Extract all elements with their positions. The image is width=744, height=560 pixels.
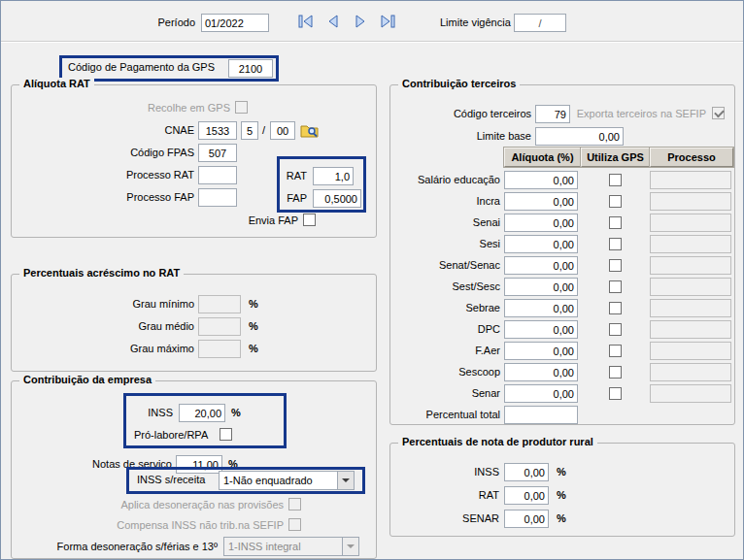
- terceiros-gps-checkbox[interactable]: [609, 280, 622, 293]
- codigo-terceiros-label: Código terceiros: [390, 108, 531, 119]
- terceiros-row-label: Senai: [390, 216, 500, 228]
- terceiros-gps-checkbox[interactable]: [609, 259, 622, 272]
- processo-rat-input[interactable]: [198, 166, 237, 184]
- fap-label: FAP: [280, 192, 307, 204]
- rural-senar-input[interactable]: 0,00: [504, 510, 549, 528]
- limite-vigencia-input[interactable]: /: [514, 14, 566, 32]
- terceiros-aliquota-input[interactable]: 0,00: [504, 256, 578, 275]
- terceiros-aliquota-input[interactable]: 0,00: [504, 235, 578, 253]
- limite-base-input[interactable]: 0,00: [535, 127, 624, 146]
- terceiros-row-label: DPC: [390, 323, 500, 335]
- cnae-suffix-input[interactable]: 00: [270, 121, 295, 140]
- rural-inss-label: INSS: [390, 466, 499, 478]
- exporta-terceiros-checkbox: [712, 107, 725, 119]
- terceiros-gps-checkbox[interactable]: [609, 174, 622, 186]
- terceiros-aliquota-input[interactable]: 0,00: [504, 363, 578, 381]
- percentual-total-label: Percentual total: [390, 409, 500, 420]
- pro-labore-checkbox[interactable]: [220, 428, 232, 441]
- terceiros-gps-checkbox[interactable]: [609, 323, 622, 336]
- limite-vigencia-label: Limite vigência: [440, 16, 511, 28]
- fpas-input[interactable]: 507: [198, 144, 237, 162]
- rural-inss-input[interactable]: 0,00: [504, 463, 549, 481]
- fap-input[interactable]: 0,5000: [313, 189, 361, 208]
- inss-input[interactable]: 20,00: [179, 404, 225, 422]
- group-aliquota-rat: Alíquota RAT Recolhe em GPS CNAE 1533 5 …: [11, 84, 377, 238]
- terceiros-aliquota-input[interactable]: 0,00: [504, 214, 578, 232]
- terceiros-processo-input: [650, 363, 731, 381]
- group-produtor-rural-title: Percentuais de nota de produtor rural: [398, 436, 597, 447]
- inss-receita-select[interactable]: 1-Não enquadrado: [219, 471, 355, 490]
- terceiros-gps-checkbox[interactable]: [609, 302, 622, 314]
- rat-fap-highlight: RAT 1,0 FAP 0,5000: [277, 156, 366, 213]
- group-contribuicao-terceiros: Contribuição terceiros Código terceiros …: [389, 84, 735, 425]
- processo-rat-label: Processo RAT: [12, 169, 194, 181]
- terceiros-gps-checkbox[interactable]: [609, 195, 622, 208]
- terceiros-row-label: F.Aer: [390, 345, 500, 356]
- terceiros-gps-checkbox[interactable]: [609, 345, 622, 357]
- terceiros-aliquota-input[interactable]: 0,00: [504, 171, 578, 189]
- terceiros-gps-checkbox[interactable]: [609, 387, 622, 400]
- grau-maximo-input: [198, 340, 241, 358]
- terceiros-row-label: Sest/Sesc: [390, 280, 500, 292]
- grau-maximo-label: Grau máximo: [12, 343, 194, 354]
- forma-desoneracao-select: 1-INSS integral: [223, 537, 359, 556]
- grau-maximo-unit: %: [249, 343, 258, 354]
- gps-code-label: Código de Pagamento da GPS: [68, 61, 215, 73]
- aplica-desoneracao-checkbox: [288, 498, 301, 511]
- terceiros-processo-input: [650, 192, 731, 211]
- forma-desoneracao-label: Forma desoneração s/férias e 13º: [12, 541, 218, 552]
- grau-minimo-label: Grau mínimo: [12, 298, 194, 310]
- terceiros-gps-checkbox[interactable]: [609, 238, 622, 250]
- terceiros-processo-input: [650, 384, 731, 403]
- cnae-label: CNAE: [12, 124, 194, 136]
- terceiros-row-label: Senat/Senac: [390, 259, 500, 271]
- terceiros-processo-input: [650, 342, 731, 360]
- inss-receita-highlight: INSS s/receita 1-Não enquadrado: [126, 467, 365, 494]
- terceiros-gps-checkbox[interactable]: [609, 366, 622, 379]
- grau-medio-label: Grau médio: [12, 320, 194, 332]
- col-header-utiliza-gps: Utiliza GPS: [581, 148, 650, 167]
- rural-inss-unit: %: [557, 466, 566, 478]
- cnae-digit-input[interactable]: 5: [241, 121, 258, 140]
- terceiros-row-label: Senar: [390, 387, 500, 399]
- periodo-input[interactable]: 01/2022: [201, 14, 269, 32]
- inss-receita-value: 1-Não enquadrado: [220, 472, 337, 489]
- processo-fap-input[interactable]: [198, 188, 237, 207]
- grau-medio-unit: %: [249, 320, 258, 332]
- rat-input[interactable]: 1,0: [313, 167, 354, 185]
- terceiros-aliquota-input[interactable]: 0,00: [504, 299, 578, 317]
- rural-senar-unit: %: [557, 512, 566, 524]
- terceiros-aliquota-input[interactable]: 0,00: [504, 192, 578, 211]
- group-contribuicao-terceiros-title: Contribuição terceiros: [398, 78, 520, 89]
- rat-label: RAT: [280, 170, 307, 181]
- cnae-lookup-icon[interactable]: [300, 122, 319, 138]
- codigo-terceiros-input[interactable]: 79: [535, 105, 570, 123]
- terceiros-row-label: Sesi: [390, 238, 500, 249]
- grau-minimo-unit: %: [249, 298, 258, 310]
- rural-rat-input[interactable]: 0,00: [504, 486, 549, 505]
- terceiros-processo-input: [650, 278, 731, 296]
- inss-unit: %: [231, 407, 241, 418]
- chevron-down-icon: [342, 538, 358, 555]
- terceiros-aliquota-input[interactable]: 0,00: [504, 320, 578, 339]
- terceiros-row-label: Sebrae: [390, 302, 500, 313]
- terceiros-processo-input: [650, 171, 731, 189]
- envia-fap-checkbox[interactable]: [303, 214, 316, 226]
- aplica-desoneracao-label: Aplica desoneração nas provisões: [12, 499, 284, 511]
- terceiros-gps-checkbox[interactable]: [609, 216, 622, 229]
- nav-first-icon[interactable]: [294, 13, 318, 30]
- forma-desoneracao-value: 1-INSS integral: [224, 538, 342, 555]
- terceiros-aliquota-input[interactable]: 0,00: [504, 342, 578, 360]
- nav-prior-icon[interactable]: [321, 13, 345, 30]
- terceiros-processo-input: [650, 320, 731, 339]
- nav-next-icon[interactable]: [349, 13, 372, 30]
- inss-label: INSS: [126, 407, 173, 418]
- envia-fap-label: Envia FAP: [12, 214, 298, 226]
- cnae-input[interactable]: 1533: [198, 121, 237, 140]
- compensa-inss-label: Compensa INSS não trib.na SEFIP: [12, 519, 284, 531]
- group-aliquota-rat-title: Alíquota RAT: [19, 78, 94, 89]
- nav-last-icon[interactable]: [376, 13, 399, 30]
- gps-code-input[interactable]: 2100: [228, 59, 273, 78]
- terceiros-aliquota-input[interactable]: 0,00: [504, 384, 578, 403]
- terceiros-aliquota-input[interactable]: 0,00: [504, 278, 578, 296]
